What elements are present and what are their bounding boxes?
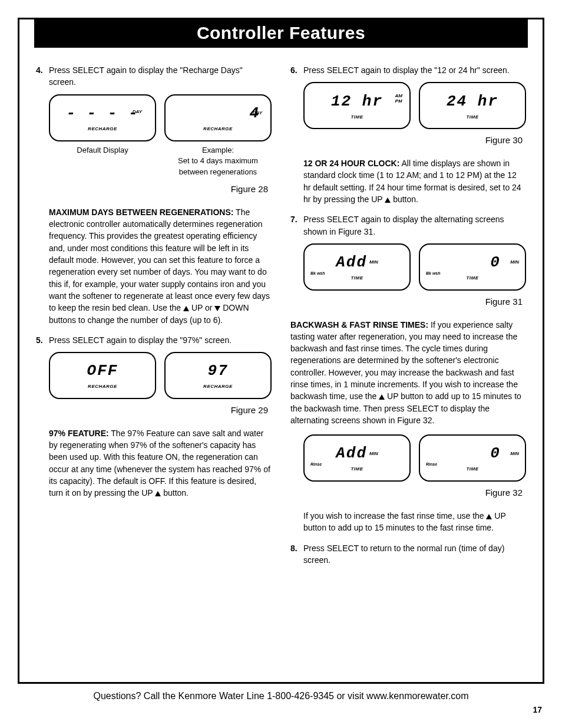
lcd-display: 24 hr TIME <box>419 82 526 129</box>
paragraph: If you wish to increase the fast rinse t… <box>303 510 526 534</box>
step-text: Press SELECT again to display the "Recha… <box>49 64 272 88</box>
lcd-value: 24 hr <box>447 94 498 109</box>
figure-29-row: OFF RECHARGE 97 RECHARGE <box>49 352 272 399</box>
figure-30-row: 12 hr AM PM TIME 24 hr TIME <box>303 82 526 129</box>
lcd-sublabel: TIME <box>466 275 478 282</box>
lcd-sublabel: TIME <box>466 466 478 473</box>
paragraph: BACKWASH & FAST RINSE TIMES: If you expe… <box>290 319 526 427</box>
lcd-unit: DAY <box>133 110 142 115</box>
lcd-value: Add <box>336 255 367 270</box>
lcd-value: 97 <box>207 363 228 378</box>
up-triangle-icon <box>379 394 385 400</box>
para-heading: 97% FEATURE: <box>49 429 109 438</box>
lcd-sublabel: TIME <box>351 275 363 282</box>
para-heading: BACKWASH & FAST RINSE TIMES: <box>290 320 428 330</box>
figure-28-row: - - - - DAY RECHARGE 4 DAY RECHARGE <box>49 94 272 141</box>
step-text: Press SELECT to return to the normal run… <box>303 542 526 566</box>
lcd-value: Add <box>336 446 367 461</box>
caption-text: Set to 4 days maximum between regenerati… <box>178 156 258 176</box>
figure-label: Figure 31 <box>303 295 523 308</box>
step-8: 8. Press SELECT to return to the normal … <box>290 542 526 566</box>
lcd-sublabel: RECHARGE <box>88 126 117 133</box>
lcd-left-label: Bk wsh <box>426 271 441 276</box>
para-text: The 97% Feature can save salt and water … <box>49 429 270 498</box>
caption: Default Display <box>49 145 156 179</box>
page-title: Controller Features <box>34 19 528 48</box>
step-7: 7. Press SELECT again to display the alt… <box>290 213 526 238</box>
up-triangle-icon <box>385 197 391 203</box>
lcd-display: AddMIN Rinse TIME <box>303 434 411 482</box>
figure-label: Figure 28 <box>49 183 268 196</box>
para-heading: 12 OR 24 HOUR CLOCK: <box>303 159 399 168</box>
lcd-value: - - - - <box>66 106 138 121</box>
lcd-display: 4 DAY RECHARGE <box>164 94 272 141</box>
para-text: If you wish to increase the fast rinse t… <box>303 511 486 521</box>
lcd-unit: MIN <box>510 450 519 457</box>
figure-label: Figure 29 <box>49 404 268 417</box>
lcd-display: - - - - DAY RECHARGE <box>49 94 156 141</box>
step-number: 7. <box>290 213 303 238</box>
down-triangle-icon <box>214 306 220 311</box>
lcd-value: 0 <box>490 446 501 461</box>
lcd-unit: MIN <box>369 450 378 457</box>
right-column: 6. Press SELECT again to display the "12… <box>290 62 526 572</box>
lcd-unit: AM PM <box>395 94 402 104</box>
step-number: 4. <box>36 64 49 88</box>
caption: Example: Set to 4 days maximum between r… <box>164 145 272 179</box>
para-text: button. <box>391 195 418 204</box>
figure-label: Figure 32 <box>303 486 523 499</box>
lcd-sublabel: RECHARGE <box>203 126 233 133</box>
caption-text: Example: <box>202 146 234 154</box>
figure-captions: Default Display Example: Set to 4 days m… <box>49 145 272 179</box>
para-text: UP or <box>189 303 214 312</box>
figure-32-row: AddMIN Rinse TIME 0 MIN Rinse TIME <box>303 434 526 482</box>
lcd-left-label: Bk wsh <box>310 271 325 276</box>
lcd-unit: MIN <box>369 259 378 266</box>
step-text: Press SELECT again to display the "12 or… <box>303 64 526 76</box>
lcd-sublabel: TIME <box>351 466 363 473</box>
lcd-value: OFF <box>87 363 118 378</box>
lcd-display: 97 RECHARGE <box>164 352 272 399</box>
up-triangle-icon <box>155 491 161 496</box>
footer-text: Questions? Call the Kenmore Water Line 1… <box>18 691 544 701</box>
step-text: Press SELECT again to display the "97%" … <box>49 334 272 346</box>
para-heading: MAXIMUM DAYS BETWEEN REGENERATIONS: <box>49 207 233 217</box>
page-number: 17 <box>18 705 544 714</box>
up-triangle-icon <box>486 514 492 519</box>
step-4: 4. Press SELECT again to display the "Re… <box>36 64 272 88</box>
lcd-sublabel: RECHARGE <box>88 383 117 390</box>
para-text: button. <box>161 488 189 498</box>
figure-label: Figure 30 <box>303 134 523 147</box>
step-number: 6. <box>290 64 303 76</box>
para-text: If you experience salty tasting water af… <box>290 320 518 401</box>
lcd-display: 12 hr AM PM TIME <box>303 82 411 129</box>
lcd-left-label: Rinse <box>310 462 322 467</box>
figure-31-row: AddMIN Bk wsh TIME 0 MIN Bk wsh TIME <box>303 243 526 291</box>
lcd-left-label: Rinse <box>426 462 437 467</box>
step-text: Press SELECT again to display the altern… <box>303 213 526 238</box>
lcd-sublabel: TIME <box>351 114 363 121</box>
lcd-display: AddMIN Bk wsh TIME <box>303 243 411 291</box>
step-6: 6. Press SELECT again to display the "12… <box>290 64 526 76</box>
step-number: 8. <box>290 542 303 566</box>
paragraph: 97% FEATURE: The 97% Feature can save sa… <box>49 427 272 499</box>
lcd-display: 0 MIN Rinse TIME <box>419 434 526 482</box>
lcd-value: 0 <box>490 255 501 270</box>
lcd-unit: DAY <box>253 111 262 116</box>
lcd-display: 0 MIN Bk wsh TIME <box>419 243 526 291</box>
lcd-sublabel: TIME <box>466 114 478 121</box>
step-number: 5. <box>36 334 49 346</box>
lcd-sublabel: RECHARGE <box>203 383 233 390</box>
up-triangle-icon <box>183 306 189 311</box>
left-column: 4. Press SELECT again to display the "Re… <box>36 62 272 572</box>
para-text: The electronic controller automatically … <box>49 207 270 312</box>
paragraph: MAXIMUM DAYS BETWEEN REGENERATIONS: The … <box>49 206 272 326</box>
paragraph: 12 OR 24 HOUR CLOCK: All time displays a… <box>303 157 526 205</box>
lcd-value: 12 hr <box>331 94 383 109</box>
lcd-unit: MIN <box>510 259 519 266</box>
page-frame: Controller Features 4. Press SELECT agai… <box>18 18 544 684</box>
lcd-display: OFF RECHARGE <box>49 352 156 399</box>
step-5: 5. Press SELECT again to display the "97… <box>36 334 272 346</box>
